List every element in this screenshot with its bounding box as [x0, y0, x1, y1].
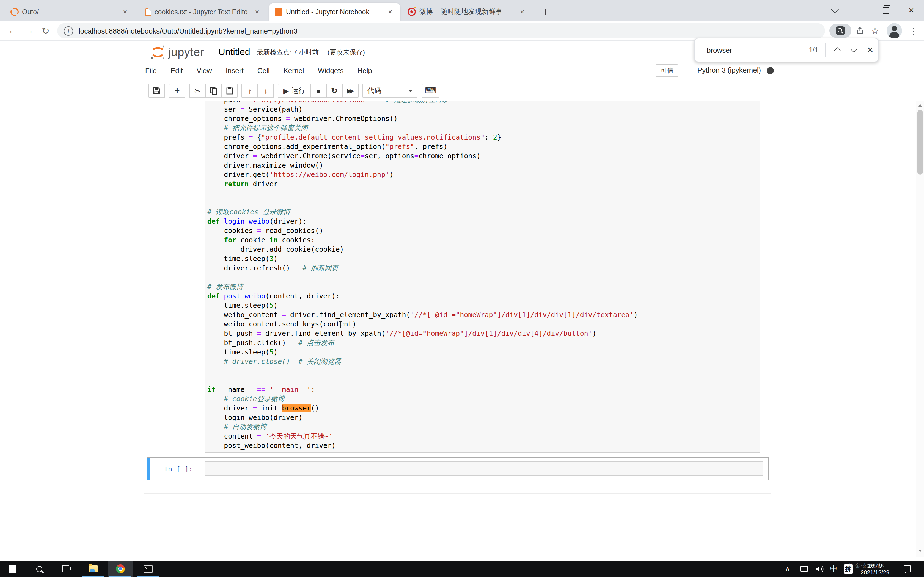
page-info-icon[interactable]: i: [64, 26, 73, 35]
run-cell-button[interactable]: ▶运行: [278, 84, 311, 98]
scrollbar-thumb[interactable]: [918, 110, 923, 175]
notification-icon: [903, 566, 911, 572]
move-cell-up-button[interactable]: ↑: [241, 84, 258, 98]
command-palette-button[interactable]: ⌨: [422, 84, 439, 98]
desktop: Outo/ × cookies.txt - Jupyter Text Edito…: [0, 0, 924, 577]
close-tab-icon[interactable]: ×: [517, 7, 527, 16]
empty-cell-input[interactable]: [205, 461, 763, 476]
close-tab-icon[interactable]: ×: [120, 7, 130, 16]
menu-edit[interactable]: Edit: [171, 66, 183, 75]
save-button[interactable]: [149, 84, 165, 98]
volume-icon[interactable]: [812, 561, 827, 577]
cut-cell-button[interactable]: ✂: [189, 84, 206, 98]
kernel-status-icon: [767, 67, 774, 74]
address-bar[interactable]: i localhost:8888/notebooks/Outo/Untitled…: [57, 23, 825, 39]
code-line: post_weibo(content, driver): [207, 441, 758, 450]
move-cell-down-button[interactable]: ↓: [257, 84, 274, 98]
menu-kernel[interactable]: Kernel: [283, 66, 304, 75]
network-icon[interactable]: [796, 561, 812, 577]
reload-icon[interactable]: ↻: [37, 23, 54, 39]
notebook-favicon: [275, 8, 282, 16]
menu-insert[interactable]: Insert: [226, 66, 244, 75]
share-icon[interactable]: [852, 23, 869, 39]
code-line: if __name__ == '__main__':: [207, 385, 758, 394]
code-line: login_weibo(driver): [207, 413, 758, 422]
find-in-page-indicator[interactable]: [829, 24, 851, 38]
selected-cell-bar: [147, 458, 150, 480]
tab-separator: [535, 7, 535, 16]
tab-notebook-active[interactable]: Untitled - Jupyter Notebook ×: [269, 3, 401, 21]
restart-run-all-button[interactable]: ▶▶: [342, 84, 359, 98]
minimize-window-button[interactable]: —: [848, 0, 873, 21]
watermark: 掘金技术社区: [849, 562, 885, 570]
kernel-name: Python 3 (ipykernel): [698, 66, 761, 74]
cell-type-select[interactable]: 代码: [362, 84, 417, 98]
find-previous-icon[interactable]: [829, 42, 845, 58]
menu-help[interactable]: Help: [357, 66, 372, 75]
forward-icon[interactable]: →: [21, 23, 37, 39]
bookmark-star-icon[interactable]: ☆: [867, 23, 883, 39]
notebook-end-divider: [144, 493, 771, 494]
task-view-button[interactable]: [53, 561, 78, 577]
terminal-icon: [143, 565, 153, 572]
text-cursor: [340, 321, 341, 328]
close-tab-icon[interactable]: ×: [386, 7, 395, 16]
checkpoint-status: 最新检查点: 7 小时前: [257, 48, 319, 57]
tab-separator: [137, 7, 137, 16]
vertical-scrollbar[interactable]: [916, 101, 924, 557]
tray-expand-icon[interactable]: ∧: [780, 561, 795, 577]
notebook-title[interactable]: Untitled: [218, 47, 250, 58]
selected-empty-cell[interactable]: In [ ]:: [147, 457, 769, 480]
menu-file[interactable]: File: [145, 66, 157, 75]
code-line: driver.get('https://weibo.com/login.php'…: [207, 170, 758, 179]
lens-icon: [836, 26, 845, 35]
code-line: prefs = {"profile.default_content_settin…: [207, 132, 758, 142]
find-next-icon[interactable]: [845, 42, 862, 58]
interrupt-kernel-button[interactable]: ■: [310, 84, 327, 98]
code-line: driver.refresh() # 刷新网页: [207, 263, 758, 272]
find-close-icon[interactable]: ✕: [862, 42, 878, 58]
add-cell-button[interactable]: +: [169, 84, 185, 98]
ime-language-indicator[interactable]: 中: [827, 561, 840, 577]
jupyter-logo-icon[interactable]: [150, 44, 166, 60]
scroll-down-icon[interactable]: [919, 550, 922, 552]
find-input[interactable]: browser: [707, 46, 809, 54]
restore-window-button[interactable]: [873, 0, 899, 21]
notebook-scroll-area[interactable]: path = r'C:/myEnv/chromedriver.exe' # 指定…: [0, 101, 924, 557]
menu-cell[interactable]: Cell: [257, 66, 270, 75]
close-tab-icon[interactable]: ×: [252, 7, 262, 16]
new-tab-button[interactable]: +: [538, 5, 553, 20]
menu-view[interactable]: View: [197, 66, 212, 75]
code-line: [207, 272, 758, 282]
code-cell-input[interactable]: path = r'C:/myEnv/chromedriver.exe' # 指定…: [205, 101, 760, 453]
tab-weibo[interactable]: 微博 – 随时随地发现新鲜事 ×: [402, 3, 532, 21]
paste-cell-button[interactable]: [221, 84, 237, 98]
code-line: for cookie in cookies:: [207, 235, 758, 245]
tab-title: Untitled - Jupyter Notebook: [286, 8, 382, 16]
scroll-up-icon[interactable]: [919, 104, 922, 106]
jupyter-brand[interactable]: jupyter: [168, 46, 204, 59]
copy-cell-button[interactable]: [205, 84, 222, 98]
notebook-toolbar: + ✂ ↑ ↓ ▶运行 ■ ↻ ▶▶ 代码: [0, 80, 924, 101]
terminal-button[interactable]: [135, 561, 161, 577]
back-icon[interactable]: ←: [5, 23, 21, 39]
taskbar-search-button[interactable]: [26, 561, 52, 577]
browser-menu-icon[interactable]: ⋮: [905, 23, 922, 39]
code-lines: path = r'C:/myEnv/chromedriver.exe' # 指定…: [207, 101, 758, 450]
profile-avatar[interactable]: [887, 23, 902, 39]
file-explorer-button[interactable]: [80, 561, 106, 577]
tab-search-icon[interactable]: [822, 0, 848, 21]
windows-logo-icon: [9, 565, 16, 572]
start-button[interactable]: [0, 561, 25, 577]
action-center-button[interactable]: [898, 561, 916, 577]
close-window-button[interactable]: ×: [899, 0, 924, 21]
tab-cookies[interactable]: cookies.txt - Jupyter Text Edito ×: [139, 3, 267, 21]
chrome-button[interactable]: [108, 561, 133, 577]
trusted-badge[interactable]: 可信: [656, 64, 678, 77]
tab-outo[interactable]: Outo/ ×: [5, 3, 135, 21]
menu-widgets[interactable]: Widgets: [318, 66, 344, 75]
url-text[interactable]: localhost:8888/notebooks/Outo/Untitled.i…: [79, 27, 297, 35]
cell-prompt: In [ ]:: [164, 465, 193, 473]
code-line: time.sleep(3): [207, 254, 758, 263]
restart-kernel-icon[interactable]: ↻: [326, 84, 342, 98]
